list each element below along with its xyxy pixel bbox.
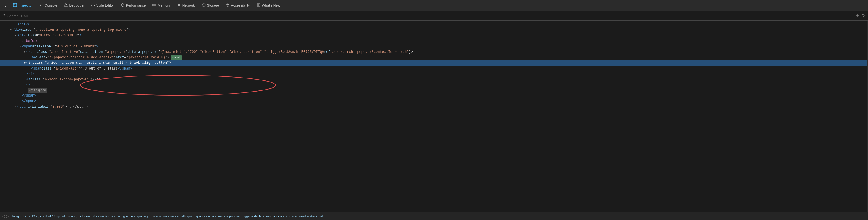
html-panel[interactable]: </div> <div class="a-section a-spacing-n… — [0, 21, 868, 212]
inspector-icon — [13, 3, 17, 8]
breadcrumb-bar: ◁ ▷ div.sg-col-4-of-12.sg-col-8-of-16.sg… — [0, 212, 868, 220]
html-line[interactable]: <a class="a-popover-trigger a-declarativ… — [0, 55, 868, 60]
breadcrumb-item-1[interactable]: div.sg-col-4-of-12.sg-col-8-of-16.sg-col… — [11, 215, 67, 218]
html-line[interactable]: <span class="a-declarative" data-action=… — [0, 50, 868, 55]
html-line[interactable]: </span> — [0, 98, 868, 104]
html-line[interactable]: </span> — [0, 93, 868, 98]
html-line[interactable]: whitespace — [0, 88, 868, 93]
whitespace-badge: whitespace — [28, 88, 47, 93]
html-line[interactable]: <span class="a-icon-alt">4.3 out of 5 st… — [0, 66, 868, 71]
event-badge[interactable]: event — [171, 55, 182, 60]
svg-line-5 — [123, 5, 123, 5]
tab-storage[interactable]: Storage — [198, 0, 222, 11]
html-line[interactable]: <span aria-label="4.3 out of 5 stars"> — [0, 44, 868, 50]
network-icon — [177, 3, 181, 8]
search-icon — [2, 14, 6, 18]
tab-whats-new[interactable]: What's New — [253, 0, 284, 11]
memory-icon — [152, 3, 156, 8]
back-button[interactable] — [1, 4, 10, 8]
triangle-icon[interactable] — [19, 44, 22, 49]
scrollbar-track[interactable] — [867, 21, 868, 212]
triangle-icon[interactable] — [23, 61, 26, 65]
accessibility-icon — [226, 3, 229, 8]
tab-performance[interactable]: Performance — [117, 0, 149, 11]
html-line[interactable]: <span aria-label="3,086"> … </span> — [0, 104, 868, 110]
tab-inspector[interactable]: Inspector — [10, 0, 36, 11]
triangle-icon[interactable] — [9, 28, 12, 32]
html-line[interactable]: <div class="a-section a-spacing-none a-s… — [0, 27, 868, 33]
svg-point-10 — [202, 4, 205, 5]
html-line[interactable]: <i class="a-icon a-icon-popover"></i> — [0, 77, 868, 83]
html-line[interactable]: </a> — [0, 83, 868, 88]
breadcrumb-item-4[interactable]: div.a-row.a-size-small — [154, 215, 185, 218]
html-line[interactable]: ::before — [0, 38, 868, 44]
tab-accessibility[interactable]: Accessibility — [222, 0, 253, 11]
triangle-icon[interactable] — [23, 50, 26, 54]
breadcrumb-item-7[interactable]: a.a-popover-trigger.a-declarative — [224, 215, 270, 218]
html-line[interactable]: </div> — [0, 22, 868, 27]
html-line[interactable]: <div class="a-row a-size-small"> — [0, 33, 868, 38]
storage-icon — [202, 3, 206, 8]
devtools-toolbar: Inspector Console Debugger { } Style Edi… — [0, 0, 868, 11]
breadcrumb-item-5[interactable]: span — [187, 215, 194, 218]
breadcrumb-item-6[interactable]: span.a-declarative — [196, 215, 222, 218]
add-node-button[interactable] — [856, 13, 859, 19]
tab-console[interactable]: Console — [36, 0, 61, 11]
tab-memory[interactable]: Memory — [149, 0, 174, 11]
whats-new-icon — [257, 3, 260, 8]
breadcrumb-item-2[interactable]: div.sg-col-inner — [69, 215, 91, 218]
breadcrumb-item-3[interactable]: div.a-section.a-spacing-none.a-spacing-t… — [93, 215, 152, 218]
search-right-icons — [856, 13, 866, 19]
pick-element-button[interactable] — [862, 13, 866, 19]
triangle-icon[interactable] — [14, 105, 17, 109]
svg-point-11 — [227, 3, 228, 4]
svg-marker-3 — [64, 3, 67, 6]
style-editor-icon: { } — [91, 3, 95, 7]
main-content: </div> <div class="a-section a-spacing-n… — [0, 21, 868, 212]
debugger-icon — [64, 3, 68, 8]
breadcrumb-item-8[interactable]: i.a-icon.a-icon-star-small.a-star-small-… — [272, 215, 327, 218]
search-bar — [0, 11, 868, 21]
svg-line-17 — [5, 16, 5, 17]
breadcrumb-left-arrow[interactable]: ◁ — [2, 214, 5, 218]
tab-style-editor[interactable]: { } Style Editor — [88, 0, 117, 11]
triangle-icon[interactable] — [14, 34, 17, 38]
html-line[interactable]: </i> — [0, 71, 868, 77]
breadcrumb-right-arrow[interactable]: ▷ — [6, 214, 9, 218]
performance-icon — [121, 3, 125, 8]
svg-point-16 — [3, 14, 5, 17]
console-icon — [39, 3, 43, 8]
html-line[interactable]: <i class="a-icon a-icon-star-small a-sta… — [0, 60, 868, 66]
tab-network[interactable]: Network — [174, 0, 198, 11]
search-input[interactable] — [7, 14, 854, 18]
tab-debugger[interactable]: Debugger — [61, 0, 88, 11]
svg-rect-1 — [13, 3, 15, 5]
